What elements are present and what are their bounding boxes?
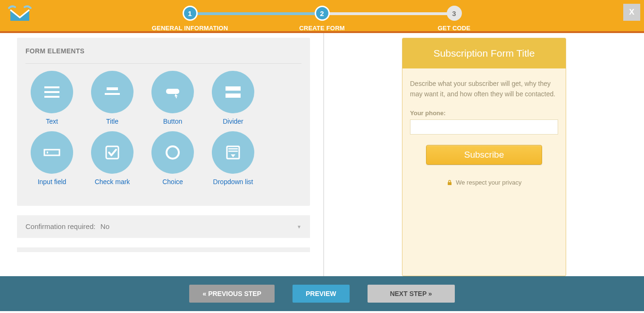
- element-text[interactable]: Text: [22, 71, 82, 126]
- svg-rect-5: [166, 89, 179, 94]
- step-get-code[interactable]: 3 GET CODE: [388, 6, 520, 32]
- left-panel: FORM ELEMENTS Text: [0, 33, 323, 276]
- phone-label: Your phone:: [410, 110, 558, 117]
- step-label: GET CODE: [438, 25, 471, 32]
- next-panel-peek: [17, 247, 310, 252]
- svg-rect-14: [228, 151, 238, 152]
- element-label: Divider: [223, 117, 243, 126]
- form-description[interactable]: Describe what your subscriber will get, …: [410, 79, 558, 99]
- element-button[interactable]: Button: [142, 71, 203, 126]
- svg-rect-10: [106, 146, 118, 159]
- confirmation-required-row[interactable]: Confirmation required: No ▼: [17, 215, 310, 238]
- svg-rect-6: [226, 86, 241, 91]
- element-label: Check mark: [95, 178, 130, 186]
- footer: « PREVIOUS STEP PREVIEW NEXT STEP »: [0, 276, 644, 311]
- svg-rect-13: [228, 148, 238, 150]
- svg-point-11: [167, 146, 179, 159]
- logo-icon: [6, 2, 34, 26]
- element-label: Choice: [162, 178, 183, 186]
- text-icon: [31, 71, 73, 113]
- step-number: 2: [315, 6, 330, 21]
- element-label: Title: [106, 117, 118, 126]
- element-choice[interactable]: Choice: [142, 131, 203, 186]
- svg-rect-1: [44, 91, 59, 93]
- svg-rect-7: [226, 93, 241, 98]
- button-icon: [151, 71, 194, 113]
- config-value: No: [100, 222, 109, 230]
- element-label: Text: [46, 117, 58, 126]
- next-step-button[interactable]: NEXT STEP »: [368, 285, 455, 303]
- panel-title: FORM ELEMENTS: [25, 47, 301, 55]
- element-dropdown-list[interactable]: Dropdown list: [203, 131, 263, 186]
- step-connector-1: [195, 12, 318, 15]
- elements-grid: Text Title: [17, 64, 310, 206]
- subscribe-button[interactable]: Subscribe: [426, 145, 542, 165]
- step-create-form[interactable]: 2 CREATE FORM: [256, 6, 388, 32]
- lock-icon: [447, 179, 452, 187]
- title-icon: [91, 71, 134, 113]
- privacy-text: We respect your privacy: [456, 179, 521, 186]
- stepper: 1 GENERAL INFORMATION 2 CREATE FORM 3 GE…: [124, 6, 520, 32]
- main: FORM ELEMENTS Text: [0, 33, 644, 276]
- check-mark-icon: [91, 131, 134, 174]
- form-preview: Subscription Form Title Describe what yo…: [402, 38, 566, 276]
- step-general-information[interactable]: 1 GENERAL INFORMATION: [124, 6, 256, 32]
- config-label: Confirmation required:: [25, 222, 95, 230]
- step-connector-2: [327, 12, 450, 15]
- privacy-notice: We respect your privacy: [410, 179, 558, 187]
- step-label: CREATE FORM: [299, 25, 345, 32]
- input-field-icon: [31, 131, 73, 174]
- step-number: 3: [447, 6, 462, 21]
- svg-rect-0: [44, 86, 59, 88]
- element-label: Input field: [38, 178, 67, 186]
- choice-icon: [151, 131, 194, 174]
- svg-rect-15: [448, 182, 452, 185]
- svg-rect-4: [105, 93, 120, 95]
- right-panel: Subscription Form Title Describe what yo…: [324, 33, 644, 276]
- form-title[interactable]: Subscription Form Title: [402, 38, 566, 68]
- svg-rect-2: [44, 96, 59, 98]
- svg-rect-8: [44, 150, 59, 155]
- dropdown-list-icon: [212, 131, 254, 174]
- close-button[interactable]: X: [623, 4, 640, 21]
- header: 1 GENERAL INFORMATION 2 CREATE FORM 3 GE…: [0, 0, 644, 33]
- phone-input[interactable]: [410, 119, 558, 135]
- element-label: Dropdown list: [213, 178, 253, 186]
- chevron-down-icon: ▼: [297, 224, 301, 229]
- element-divider[interactable]: Divider: [203, 71, 263, 126]
- step-number: 1: [183, 6, 198, 21]
- form-elements-panel: FORM ELEMENTS Text: [17, 38, 310, 206]
- element-title[interactable]: Title: [82, 71, 142, 126]
- svg-rect-9: [47, 152, 48, 153]
- element-input-field[interactable]: Input field: [22, 131, 82, 186]
- previous-step-button[interactable]: « PREVIOUS STEP: [189, 285, 274, 303]
- element-check-mark[interactable]: Check mark: [82, 131, 142, 186]
- preview-button[interactable]: PREVIEW: [293, 285, 350, 303]
- element-label: Button: [163, 117, 182, 126]
- divider-icon: [212, 71, 254, 113]
- step-label: GENERAL INFORMATION: [152, 25, 228, 32]
- svg-rect-3: [107, 87, 118, 90]
